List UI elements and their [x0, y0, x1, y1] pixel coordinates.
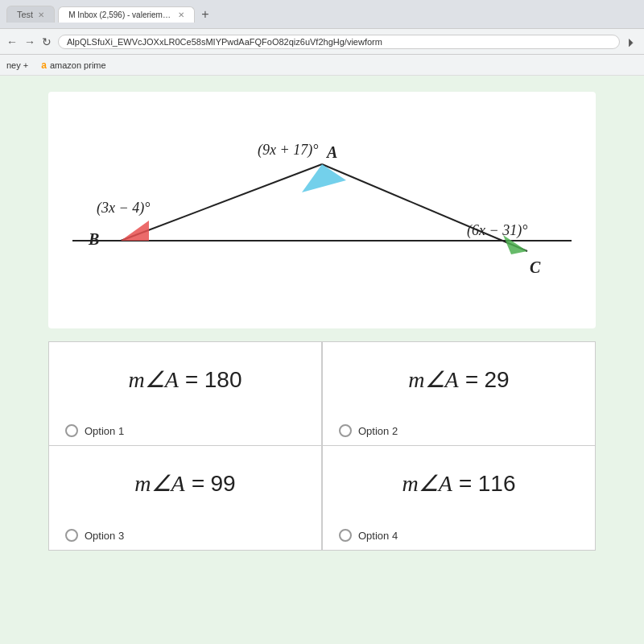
option-2-math: m∠A = 29 — [339, 366, 579, 393]
option-1-radio-row: Option 1 — [65, 424, 124, 437]
svg-text:C: C — [530, 258, 541, 276]
option-1-label: Option 1 — [85, 425, 124, 437]
svg-text:A: A — [325, 143, 337, 161]
option-2-radio-row: Option 2 — [339, 424, 398, 437]
svg-text:(9x + 17)°: (9x + 17)° — [258, 142, 318, 159]
svg-line-1 — [121, 164, 322, 241]
amazon-icon: a — [41, 60, 47, 71]
extensions-button[interactable]: ⏵ — [626, 35, 638, 48]
bookmark-amazon-label: amazon prime — [50, 60, 106, 70]
tab-test-label: Test — [17, 10, 33, 19]
option-1-math: m∠A = 180 — [65, 366, 305, 393]
svg-text:(3x − 4)°: (3x − 4)° — [97, 200, 150, 217]
tab-inbox[interactable]: M Inbox (2,596) - valeriemarquez74 ✕ — [58, 6, 195, 23]
tabs-container: Test ✕ M Inbox (2,596) - valeriemarquez7… — [6, 6, 213, 23]
option-1-radio[interactable] — [65, 424, 78, 437]
svg-text:(6x − 31)°: (6x − 31)° — [467, 222, 527, 239]
option-cell-4[interactable]: m∠A = 116 Option 4 — [322, 446, 596, 551]
option-4-radio[interactable] — [339, 529, 352, 542]
bookmark-ney[interactable]: ney + — [6, 60, 28, 70]
option-4-label: Option 4 — [358, 530, 398, 542]
bookmark-ney-label: ney + — [6, 60, 28, 70]
option-4-radio-row: Option 4 — [339, 529, 398, 542]
bookmarks-bar: ney + a amazon prime — [0, 55, 644, 76]
refresh-button[interactable]: ↻ — [42, 35, 52, 48]
triangle-diagram: (9x + 17)° A (3x − 4)° B (6x − 31)° C — [72, 108, 572, 301]
option-2-label: Option 2 — [358, 425, 398, 437]
tab-test[interactable]: Test ✕ — [6, 6, 55, 23]
new-tab-button[interactable]: + — [198, 7, 212, 22]
tab-test-close[interactable]: ✕ — [38, 10, 44, 19]
tab-inbox-label: M Inbox (2,596) - valeriemarquez74 — [68, 10, 173, 19]
option-3-radio[interactable] — [65, 529, 78, 542]
browser-tab-bar: Test ✕ M Inbox (2,596) - valeriemarquez7… — [0, 0, 644, 29]
tab-inbox-close[interactable]: ✕ — [178, 10, 184, 19]
option-4-math: m∠A = 116 — [339, 470, 579, 497]
address-input[interactable]: AlpQLSfuXi_EWVcJOXxLR0Ce58sMIYPwdAaFQFoO… — [58, 35, 620, 49]
option-3-label: Option 3 — [85, 530, 124, 542]
option-cell-1[interactable]: m∠A = 180 Option 1 — [48, 341, 322, 446]
page-content: (9x + 17)° A (3x − 4)° B (6x − 31)° C m∠… — [0, 76, 644, 644]
option-cell-3[interactable]: m∠A = 99 Option 3 — [48, 446, 322, 551]
option-3-math: m∠A = 99 — [65, 470, 305, 497]
forward-button[interactable]: → — [24, 35, 35, 48]
options-grid: m∠A = 180 Option 1 m∠A = 29 Option 2 — [48, 341, 596, 551]
bookmark-amazon[interactable]: a amazon prime — [41, 60, 105, 71]
svg-text:B: B — [88, 230, 99, 248]
diagram-area: (9x + 17)° A (3x − 4)° B (6x − 31)° C — [48, 92, 596, 328]
form-container: (9x + 17)° A (3x − 4)° B (6x − 31)° C m∠… — [48, 92, 596, 628]
option-cell-2[interactable]: m∠A = 29 Option 2 — [322, 341, 596, 446]
address-bar-row: ← → ↻ AlpQLSfuXi_EWVcJOXxLR0Ce58sMIYPwdA… — [0, 29, 644, 55]
back-button[interactable]: ← — [6, 35, 18, 48]
option-2-radio[interactable] — [339, 424, 352, 437]
option-3-radio-row: Option 3 — [65, 529, 124, 542]
